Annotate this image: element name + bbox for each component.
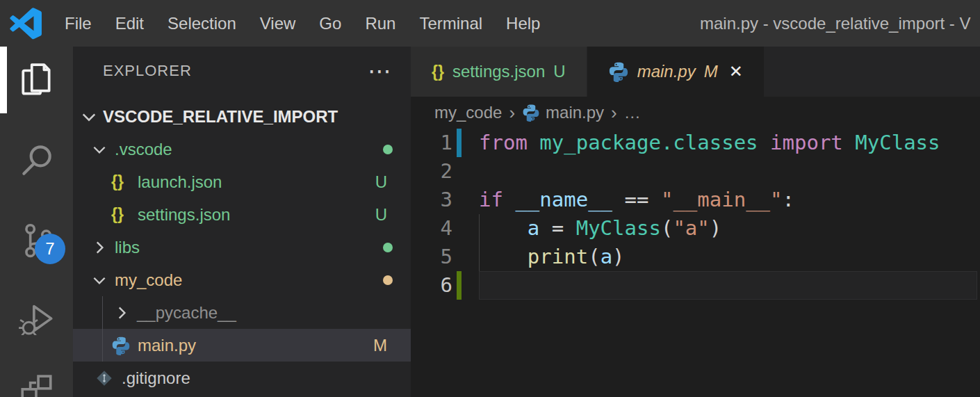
activity-item-search[interactable] — [0, 127, 73, 193]
code-line-text: from my_package.classes import MyClass — [479, 129, 940, 157]
tree-item-vscode[interactable]: .vscode — [73, 133, 411, 165]
code-line-3[interactable]: 3if __name__ == "__main__": — [411, 186, 980, 214]
tree-item-label: launch.json — [138, 172, 222, 192]
files-icon — [18, 61, 56, 99]
tree-item-launch-json[interactable]: {}launch.jsonU — [73, 165, 411, 198]
git-status-dot-icon — [383, 243, 393, 252]
activity-item-extensions[interactable] — [0, 359, 73, 397]
title-bar: FileEditSelectionViewGoRunTerminalHelp m… — [0, 0, 980, 47]
chevron-down-icon — [91, 141, 109, 158]
python-icon — [522, 104, 540, 122]
code-line-2[interactable]: 2 — [411, 157, 980, 186]
tree-item-my-code[interactable]: my_code — [73, 264, 411, 296]
tree-item-label: .vscode — [115, 140, 172, 159]
extensions-icon — [18, 374, 56, 397]
tree-item-gitignore[interactable]: .gitignore — [73, 362, 411, 394]
breadcrumb-item--[interactable]: … — [624, 103, 641, 122]
python-icon — [111, 336, 131, 355]
python-icon — [111, 336, 132, 355]
workspace-name: VSCODE_RELATIVE_IMPORT — [103, 107, 338, 127]
tree-item-pycache[interactable]: __pycache__ — [73, 296, 411, 329]
git-icon — [95, 369, 113, 387]
chevron-right-icon — [113, 305, 131, 321]
chevron-down-icon — [91, 272, 109, 289]
git-status-badge: U — [375, 205, 387, 225]
tree-item-label: libs — [115, 238, 140, 257]
tree-item-libs[interactable]: libs — [73, 231, 411, 264]
menu-item-help[interactable]: Help — [494, 14, 552, 33]
tab-label: settings.json — [452, 62, 545, 81]
menu-item-terminal[interactable]: Terminal — [407, 14, 494, 33]
menu-item-run[interactable]: Run — [353, 14, 407, 33]
line-number: 5 — [411, 243, 452, 271]
line-number: 1 — [411, 129, 452, 157]
scm-changes-badge: 7 — [35, 234, 65, 264]
file-tree: .vscode{}launch.jsonU{}settings.jsonUlib… — [73, 133, 411, 394]
vscode-logo-icon — [10, 8, 42, 40]
tab-label: main.py — [637, 62, 696, 81]
chevron-right-separator-icon: › — [509, 102, 515, 124]
git-icon — [95, 369, 116, 387]
menu-item-edit[interactable]: Edit — [104, 14, 156, 33]
menu-item-file[interactable]: File — [53, 14, 104, 33]
sidebar-header: EXPLORER ⋯ — [73, 47, 411, 95]
code-line-1[interactable]: 1from my_package.classes import MyClass — [411, 129, 980, 157]
code-line-text: a = MyClass("a") — [479, 214, 721, 243]
tree-indent-guide — [102, 296, 103, 329]
chevron-right-icon — [91, 239, 109, 256]
activity-item-explorer[interactable] — [0, 47, 73, 113]
json-braces-icon: {} — [432, 64, 444, 80]
explorer-sidebar: EXPLORER ⋯ VSCODE_RELATIVE_IMPORT .vscod… — [73, 47, 411, 397]
activity-item-run-and-debug[interactable] — [0, 283, 73, 350]
breadcrumb: my_code›main.py›… — [411, 97, 980, 129]
line-number: 4 — [411, 214, 452, 243]
views-and-more-actions-button[interactable]: ⋯ — [368, 64, 391, 78]
close-icon[interactable]: ✕ — [729, 62, 743, 81]
chevron-right-separator-icon: › — [611, 102, 617, 124]
tab-settings-json[interactable]: {}settings.jsonU — [411, 47, 587, 97]
breadcrumb-item-my-code[interactable]: my_code — [434, 103, 502, 122]
tab-git-badge: M — [704, 62, 718, 81]
tab-bar: {}settings.jsonUmain.pyM✕ — [411, 47, 980, 97]
tree-item-label: settings.json — [138, 205, 230, 225]
line-number: 3 — [411, 186, 452, 214]
tree-item-main-py[interactable]: main.pyM — [73, 329, 411, 362]
debug-icon — [18, 298, 56, 335]
tree-item-label: main.py — [138, 336, 196, 355]
window-title: main.py - vscode_relative_import - V — [700, 0, 970, 47]
line-number: 2 — [411, 157, 452, 186]
tree-item-settings-json[interactable]: {}settings.jsonU — [73, 198, 411, 231]
activity-bar: 7 — [0, 47, 73, 397]
json-braces-icon: {} — [111, 206, 124, 222]
code-line-5[interactable]: 5 print(a) — [411, 243, 980, 271]
vscode-window: FileEditSelectionViewGoRunTerminalHelp m… — [0, 0, 980, 397]
code-editor[interactable]: 1from my_package.classes import MyClass2… — [411, 129, 980, 300]
workspace-root-row[interactable]: VSCODE_RELATIVE_IMPORT — [73, 101, 411, 133]
search-icon — [18, 141, 56, 179]
git-gutter-added-indicator — [457, 271, 462, 300]
python-icon — [522, 104, 540, 122]
sidebar-title: EXPLORER — [103, 62, 192, 80]
chevron-down-icon — [80, 108, 98, 126]
menu-item-view[interactable]: View — [248, 14, 308, 33]
editor-group: {}settings.jsonUmain.pyM✕ my_code›main.p… — [411, 47, 980, 397]
line-number: 6 — [411, 271, 452, 300]
breadcrumb-item-main-py[interactable]: main.py — [546, 103, 604, 122]
menu-item-selection[interactable]: Selection — [156, 14, 248, 33]
python-icon — [608, 61, 629, 82]
menu-item-go[interactable]: Go — [307, 14, 353, 33]
current-line-highlight — [479, 271, 977, 300]
json-braces-icon: {} — [111, 206, 132, 222]
code-line-4[interactable]: 4 a = MyClass("a") — [411, 214, 980, 243]
code-line-text: print(a) — [479, 243, 625, 271]
json-braces-icon: {} — [111, 174, 132, 190]
tree-item-label: __pycache__ — [137, 303, 236, 323]
tree-indent-guide — [102, 329, 103, 362]
git-status-dot-icon — [383, 275, 393, 285]
git-status-badge: M — [373, 336, 387, 355]
code-line-6[interactable]: 6 — [411, 271, 980, 300]
json-braces-icon: {} — [111, 174, 124, 190]
tree-item-label: .gitignore — [122, 368, 190, 388]
tab-main-py[interactable]: main.pyM✕ — [587, 47, 764, 97]
code-line-text: if __name__ == "__main__": — [479, 186, 794, 214]
